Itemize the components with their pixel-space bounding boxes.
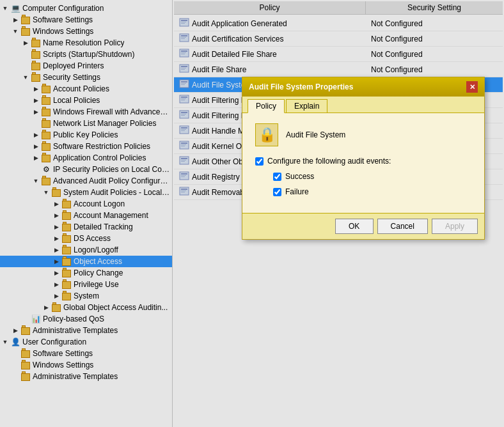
dialog-overlay: Audit File System Properties ✕ Policy Ex… <box>0 0 504 427</box>
sub-options: Success Failure <box>273 172 471 196</box>
dialog-close-button[interactable]: ✕ <box>466 81 478 93</box>
success-label: Success <box>285 172 314 181</box>
configure-label: Configure the following audit events: <box>267 157 391 166</box>
dialog-titlebar: Audit File System Properties ✕ <box>242 77 484 97</box>
failure-checkbox[interactable] <box>273 188 281 196</box>
lock-icon: 🔒 <box>258 127 276 143</box>
dialog-policy-header: 🔒 Audit File System <box>255 123 471 146</box>
ok-button[interactable]: OK <box>335 219 374 234</box>
failure-checkbox-row: Failure <box>273 187 471 196</box>
configure-checkbox[interactable] <box>255 157 264 166</box>
properties-dialog: Audit File System Properties ✕ Policy Ex… <box>242 77 485 240</box>
configure-checkbox-row: Configure the following audit events: <box>255 157 471 166</box>
tab-explain[interactable]: Explain <box>286 99 327 113</box>
dialog-title: Audit File System Properties <box>249 82 353 91</box>
success-checkbox[interactable] <box>273 173 281 181</box>
dialog-content: 🔒 Audit File System Configure the follow… <box>242 113 484 213</box>
dialog-policy-name: Audit File System <box>286 130 345 139</box>
dialog-tabs: Policy Explain <box>242 97 484 113</box>
tab-policy[interactable]: Policy <box>248 99 285 113</box>
dialog-footer: OK Cancel Apply <box>242 213 484 239</box>
failure-label: Failure <box>285 187 309 196</box>
cancel-button[interactable]: Cancel <box>377 219 428 234</box>
apply-button[interactable]: Apply <box>432 219 478 234</box>
policy-icon-box: 🔒 <box>255 123 278 146</box>
success-checkbox-row: Success <box>273 172 471 181</box>
